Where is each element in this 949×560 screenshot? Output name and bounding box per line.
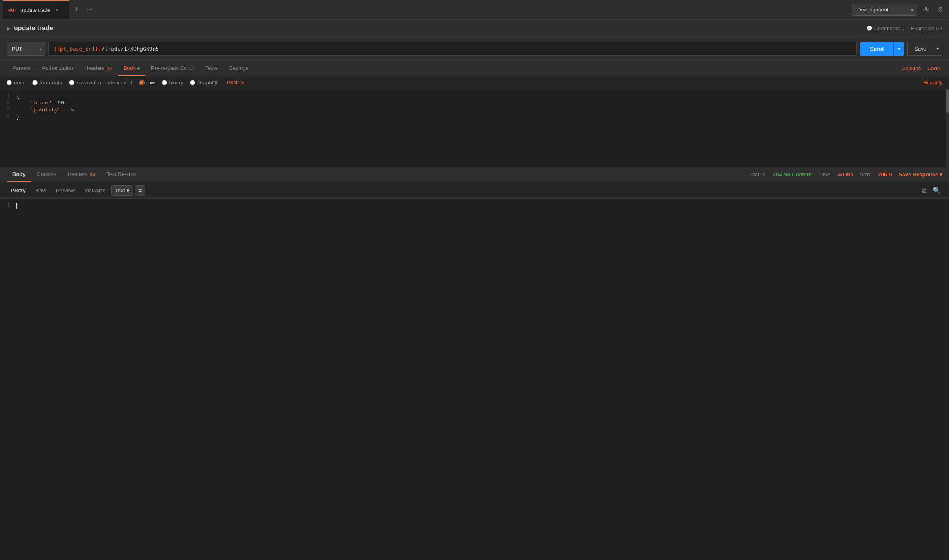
subtab-preview[interactable]: Preview (52, 185, 79, 196)
url-bar: PUT GET POST DELETE PATCH ▾ {{pt_base_ur… (0, 37, 949, 61)
response-line-1: 1 (0, 202, 949, 209)
search-icon: 🔍 (933, 187, 941, 194)
code-line-3: 3 "quantity": 5 (0, 107, 949, 113)
tab-actions: + ··· (72, 4, 96, 16)
send-btn-group: Send ▾ (860, 42, 904, 56)
examples-dropdown-icon: ▾ (940, 26, 942, 31)
examples-label: Examples (911, 25, 934, 31)
response-section: Body Cookies Headers (5) Test Results St… (0, 167, 949, 560)
send-dropdown-button[interactable]: ▾ (893, 42, 904, 56)
code-line-1: 1 { (0, 93, 949, 100)
resp-tab-testresults[interactable]: Test Results (101, 167, 141, 182)
option-binary[interactable]: binary (162, 80, 183, 86)
comments-button[interactable]: 💬 Comments 0 (866, 25, 904, 31)
tab-settings[interactable]: Settings (223, 61, 254, 76)
tab-prerequest[interactable]: Pre-request Script (145, 61, 200, 76)
wrap-button[interactable]: ≡ (135, 185, 145, 196)
subtab-visualize[interactable]: Visualize (80, 185, 110, 196)
request-tab[interactable]: PUT update trade × (3, 0, 69, 19)
text-format-dropdown-icon: ▾ (127, 187, 129, 193)
url-input[interactable]: {{pt_base_url}}/trade/1/XDhgGN9n5 (48, 42, 857, 56)
response-body-editor[interactable]: 1 (0, 199, 949, 560)
code-button[interactable]: Code (925, 61, 942, 76)
method-select-wrapper: PUT GET POST DELETE PATCH ▾ (7, 42, 45, 56)
option-none[interactable]: none (7, 80, 26, 86)
url-path: /trade/1/XDhgGN9n5 (101, 46, 159, 52)
request-tabs: Params Authorization Headers (9) Body Pr… (0, 61, 949, 76)
response-subtabs: Pretty Raw Preview Visualize Text ▾ ≡ ⧉ (0, 182, 949, 199)
request-tab-right: Cookies Code (899, 61, 942, 76)
tab-body[interactable]: Body (118, 61, 145, 76)
tab-method-badge: PUT (8, 8, 17, 13)
subtab-pretty[interactable]: Pretty (7, 185, 30, 196)
examples-button[interactable]: Examples 0 ▾ (911, 25, 942, 31)
save-dropdown-button[interactable]: ▾ (933, 42, 942, 56)
send-button[interactable]: Send (860, 42, 893, 56)
option-raw[interactable]: raw (139, 80, 155, 86)
time-value: 40 ms (838, 171, 853, 178)
more-tabs-button[interactable]: ··· (85, 4, 96, 16)
comments-label: Comments (874, 25, 900, 31)
comment-icon: 💬 (866, 25, 873, 31)
resp-tab-body[interactable]: Body (7, 167, 31, 182)
size-value: 206 B (878, 171, 892, 178)
eye-icon: 👁 (923, 6, 929, 13)
resp-tab-headers[interactable]: Headers (5) (62, 167, 101, 182)
code-line-2: 2 "price": 90, (0, 100, 949, 107)
tab-headers[interactable]: Headers (9) (79, 61, 118, 76)
wrap-icon: ≡ (138, 187, 142, 194)
beautify-button[interactable]: Beautify (923, 80, 942, 86)
gear-icon-button[interactable]: ⚙ (935, 3, 946, 16)
examples-count: 0 (936, 25, 939, 31)
copy-response-button[interactable]: ⧉ (920, 185, 928, 196)
search-response-button[interactable]: 🔍 (931, 185, 942, 196)
scrollbar-thumb (946, 89, 949, 113)
request-meta: 💬 Comments 0 Examples 0 ▾ (866, 25, 942, 31)
top-right-controls: Development Production Staging ▾ 👁 ⚙ (852, 3, 946, 16)
body-dot-indicator (137, 67, 140, 70)
option-graphql[interactable]: GraphQL (190, 80, 219, 86)
collapse-icon[interactable]: ▶ (7, 25, 11, 31)
json-type-dropdown[interactable]: JSON ▾ (225, 80, 244, 86)
url-base: {{pt_base_url}} (53, 46, 101, 52)
save-button[interactable]: Save (907, 42, 933, 56)
environment-select[interactable]: Development Production Staging (852, 4, 917, 16)
request-name: update trade (14, 24, 53, 32)
code-line-4: 4 } (0, 113, 949, 120)
tab-bar: PUT update trade × + ··· Development Pro… (0, 0, 949, 20)
tab-authorization[interactable]: Authorization (36, 61, 79, 76)
comments-count: 0 (901, 25, 904, 31)
tab-tests[interactable]: Tests (200, 61, 223, 76)
resp-tab-cookies[interactable]: Cookies (31, 167, 62, 182)
tab-title: update trade (20, 7, 50, 13)
method-select[interactable]: PUT GET POST DELETE PATCH (7, 42, 45, 56)
response-status-info: Status: 204 No Content Time: 40 ms Size:… (750, 171, 942, 178)
tab-close-icon[interactable]: × (55, 7, 58, 13)
eye-icon-button[interactable]: 👁 (920, 4, 932, 16)
text-format-label: Text (115, 187, 125, 193)
resp-right-icons: ⧉ 🔍 (920, 185, 942, 196)
env-select-wrapper: Development Production Staging ▾ (852, 4, 917, 16)
text-format-dropdown[interactable]: Text ▾ (111, 185, 133, 196)
option-form-data[interactable]: form-data (32, 80, 62, 86)
text-cursor (16, 203, 17, 209)
save-response-button[interactable]: Save Response ▾ (899, 171, 942, 178)
request-name-bar: ▶ update trade 💬 Comments 0 Examples 0 ▾ (0, 20, 949, 37)
subtab-raw[interactable]: Raw (31, 185, 50, 196)
save-btn-group: Save ▾ (907, 42, 942, 56)
option-urlencoded[interactable]: x-www-form-urlencoded (69, 80, 133, 86)
gear-icon: ⚙ (938, 6, 943, 13)
status-value: 204 No Content (773, 171, 812, 178)
editor-scrollbar[interactable] (946, 89, 949, 167)
request-body-editor[interactable]: 1 { 2 "price": 90, 3 "quantity": 5 4 } (0, 89, 949, 167)
body-options: none form-data x-www-form-urlencoded raw… (0, 76, 949, 89)
response-tabs-bar: Body Cookies Headers (5) Test Results St… (0, 167, 949, 182)
copy-icon: ⧉ (922, 187, 926, 194)
add-tab-button[interactable]: + (72, 4, 81, 16)
cookies-button[interactable]: Cookies (899, 61, 923, 76)
tab-params[interactable]: Params (7, 61, 36, 76)
